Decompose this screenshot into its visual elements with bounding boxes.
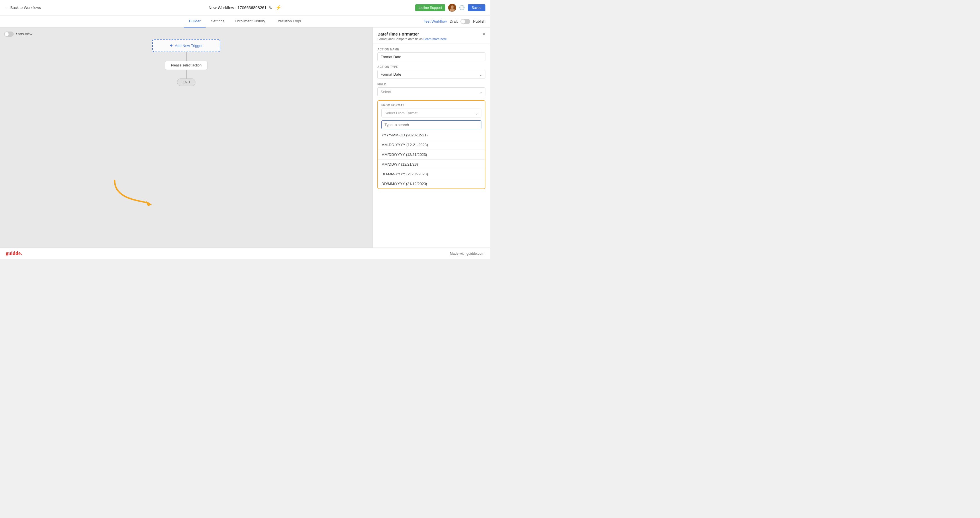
connector-line-2	[186, 70, 186, 78]
panel-body: ACTION NAME ACTION TYPE Format Date FIEL…	[373, 44, 490, 193]
tab-builder[interactable]: Builder	[184, 16, 206, 27]
action-name-group: ACTION NAME	[377, 48, 485, 61]
publish-button[interactable]: Publish	[473, 19, 485, 24]
from-format-select-wrapper: Select From Format	[382, 109, 481, 118]
svg-point-1	[450, 8, 455, 12]
panel-header: Date/Time Formatter Format and Compare d…	[373, 27, 490, 44]
from-format-section: FROM FORMAT Select From Format YYYY-MM-D…	[377, 100, 485, 189]
back-arrow-icon: ←	[5, 5, 9, 10]
test-workflow-button[interactable]: Test Workflow	[424, 19, 447, 24]
tab-enrollment-history[interactable]: Enrollment History	[229, 16, 270, 27]
topline-support-button[interactable]: topline Support	[415, 4, 445, 11]
connector-line-1	[186, 52, 186, 61]
toggle-knob	[461, 19, 465, 24]
guidde-logo: guidde.	[6, 250, 22, 256]
guidde-logo-text: guidde.	[6, 250, 22, 256]
panel-subtitle: Format and Compare date fields Learn mor…	[377, 37, 447, 41]
panel-title: Date/Time Formatter	[377, 32, 447, 37]
action-type-label: ACTION TYPE	[377, 65, 485, 68]
action-node[interactable]: Please select action	[165, 61, 208, 70]
clock-icon[interactable]: 🕐	[459, 5, 465, 10]
from-format-header: FROM FORMAT Select From Format	[378, 101, 485, 119]
made-with-label: Made with guidde.com	[450, 251, 484, 256]
format-option[interactable]: MM/DD/YYYY (12/21/2023)	[378, 149, 485, 159]
action-label: Please select action	[171, 63, 202, 67]
end-node: END	[177, 78, 195, 86]
svg-point-0	[451, 5, 453, 8]
action-type-group: ACTION TYPE Format Date	[377, 65, 485, 79]
stats-toggle-group: Stats View	[4, 32, 32, 37]
stats-view-toggle[interactable]	[4, 32, 14, 37]
field-group: FIELD Select	[377, 83, 485, 96]
action-name-label: ACTION NAME	[377, 48, 485, 51]
action-type-select-wrapper: Format Date	[377, 70, 485, 79]
end-label: END	[183, 80, 190, 84]
field-select-wrapper: Select	[377, 87, 485, 96]
format-option[interactable]: MM/DD/YY (12/21/23)	[378, 159, 485, 169]
avatar[interactable]	[448, 4, 456, 12]
format-option[interactable]: MM-DD-YYYY (12-21-2023)	[378, 140, 485, 149]
action-type-select[interactable]: Format Date	[377, 70, 485, 79]
saved-button[interactable]: Saved	[468, 4, 485, 11]
add-trigger-button[interactable]: + Add New Trigger	[152, 39, 220, 52]
learn-more-link[interactable]: Learn more here	[423, 37, 447, 41]
back-label: Back to Workflows	[10, 5, 41, 10]
tab-settings[interactable]: Settings	[206, 16, 229, 27]
format-option[interactable]: DD-MM-YYYY (21-12-2023)	[378, 169, 485, 179]
close-panel-button[interactable]: ×	[482, 32, 485, 37]
format-option[interactable]: YYYY-MM-DD (2023-12-21)	[378, 130, 485, 140]
draft-label: Draft	[450, 19, 458, 24]
lightning-icon: ⚡	[276, 5, 282, 10]
edit-icon[interactable]: ✎	[269, 5, 272, 10]
trigger-label: Add New Trigger	[175, 44, 203, 48]
stats-view-label: Stats View	[16, 32, 32, 36]
format-option[interactable]: DD/MM/YYYY (21/12/2023)	[378, 179, 485, 189]
action-name-input[interactable]	[377, 52, 485, 61]
bottom-bar: guidde. Made with guidde.com	[0, 248, 490, 259]
from-format-select[interactable]: Select From Format	[382, 109, 481, 118]
back-to-workflows-link[interactable]: ← Back to Workflows	[5, 5, 41, 10]
draft-toggle[interactable]	[460, 19, 470, 24]
field-select[interactable]: Select	[377, 87, 485, 96]
right-panel: Date/Time Formatter Format and Compare d…	[372, 27, 490, 248]
field-label: FIELD	[377, 83, 485, 86]
from-format-label: FROM FORMAT	[382, 104, 481, 107]
workflow-canvas: Stats View + Add New Trigger Please sele…	[0, 27, 372, 248]
format-options-list: YYYY-MM-DD (2023-12-21)MM-DD-YYYY (12-21…	[378, 130, 485, 189]
workflow-title: New Workflow : 1706636898261	[208, 5, 266, 10]
tab-execution-logs[interactable]: Execution Logs	[270, 16, 306, 27]
format-search-input[interactable]	[382, 120, 481, 129]
plus-icon: +	[170, 43, 172, 48]
